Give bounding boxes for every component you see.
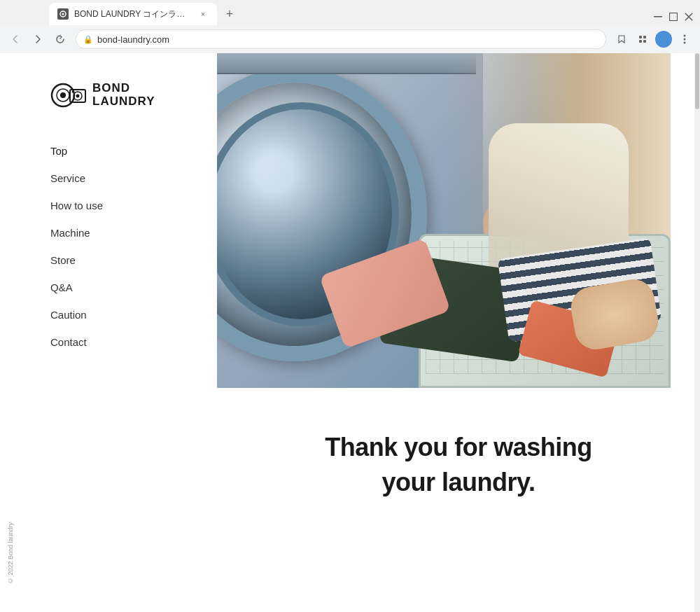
tab-bar: BOND LAUNDRY コインランドリー T... × + <box>0 0 700 25</box>
tab-title: BOND LAUNDRY コインランドリー T... <box>74 8 192 20</box>
svg-point-19 <box>72 91 74 93</box>
svg-point-15 <box>60 92 66 98</box>
tagline-line2: your laundry. <box>267 465 650 500</box>
back-button[interactable] <box>6 29 25 49</box>
refresh-button[interactable] <box>50 29 70 49</box>
laundry-scene <box>217 53 671 388</box>
address-bar[interactable]: 🔒 bond-laundry.com <box>76 29 606 49</box>
maximize-button[interactable] <box>668 11 679 22</box>
svg-rect-7 <box>643 36 646 39</box>
toolbar-right <box>612 29 694 49</box>
copyright-text: © 2022 Bond laundry <box>7 522 14 584</box>
close-button[interactable] <box>683 11 694 22</box>
logo-icon <box>50 81 87 109</box>
svg-point-18 <box>76 95 80 98</box>
forward-button[interactable] <box>28 29 48 49</box>
nav-item-contact[interactable]: Contact <box>50 328 167 356</box>
new-tab-button[interactable]: + <box>220 4 239 24</box>
svg-rect-6 <box>639 36 642 39</box>
toolbar: 🔒 bond-laundry.com <box>0 25 700 53</box>
profile-menu-button[interactable] <box>654 29 673 49</box>
scrollbar-track[interactable] <box>694 53 700 612</box>
nav-item-service[interactable]: Service <box>50 165 167 192</box>
lock-icon: 🔒 <box>83 35 93 44</box>
scrollbar-thumb[interactable] <box>695 53 699 109</box>
tagline-line1: Thank you for washing <box>267 430 650 465</box>
logo[interactable]: BOND LAUNDRY <box>50 81 167 109</box>
hero-image <box>217 53 671 388</box>
svg-rect-9 <box>643 40 646 43</box>
logo-line2: LAUNDRY <box>92 95 155 109</box>
svg-rect-8 <box>639 40 642 43</box>
svg-rect-3 <box>670 13 678 21</box>
more-options-button[interactable] <box>675 29 694 49</box>
main-content: Thank you for washing your laundry. <box>217 53 700 612</box>
nav-item-machine[interactable]: Machine <box>50 219 167 246</box>
nav-menu: Top Service How to use Machine Store Q&A… <box>50 137 167 356</box>
svg-point-1 <box>62 13 64 15</box>
bookmark-button[interactable] <box>612 29 631 49</box>
logo-line1: BOND <box>92 82 155 95</box>
tab-close-button[interactable]: × <box>197 8 209 20</box>
tab-favicon <box>57 8 69 20</box>
browser-chrome: BOND LAUNDRY コインランドリー T... × + <box>0 0 700 53</box>
website-content: BOND LAUNDRY Top Service How to use Mach… <box>0 53 700 612</box>
nav-item-caution[interactable]: Caution <box>50 301 167 328</box>
logo-area: BOND LAUNDRY <box>50 81 167 109</box>
nav-item-how-to-use[interactable]: How to use <box>50 192 167 219</box>
user-avatar <box>655 31 672 48</box>
active-tab[interactable]: BOND LAUNDRY コインランドリー T... × <box>49 3 217 25</box>
url-text: bond-laundry.com <box>97 34 598 45</box>
extensions-button[interactable] <box>633 29 652 49</box>
nav-item-qa[interactable]: Q&A <box>50 274 167 301</box>
sidebar: BOND LAUNDRY Top Service How to use Mach… <box>0 53 217 612</box>
tagline-section: Thank you for washing your laundry. <box>217 388 700 529</box>
svg-point-11 <box>684 39 686 41</box>
nav-item-top[interactable]: Top <box>50 137 167 165</box>
svg-point-12 <box>684 42 686 44</box>
minimize-button[interactable] <box>652 11 664 22</box>
svg-rect-2 <box>654 16 662 18</box>
nav-item-store[interactable]: Store <box>50 246 167 274</box>
logo-text-block: BOND LAUNDRY <box>92 82 155 108</box>
svg-point-10 <box>684 35 686 37</box>
